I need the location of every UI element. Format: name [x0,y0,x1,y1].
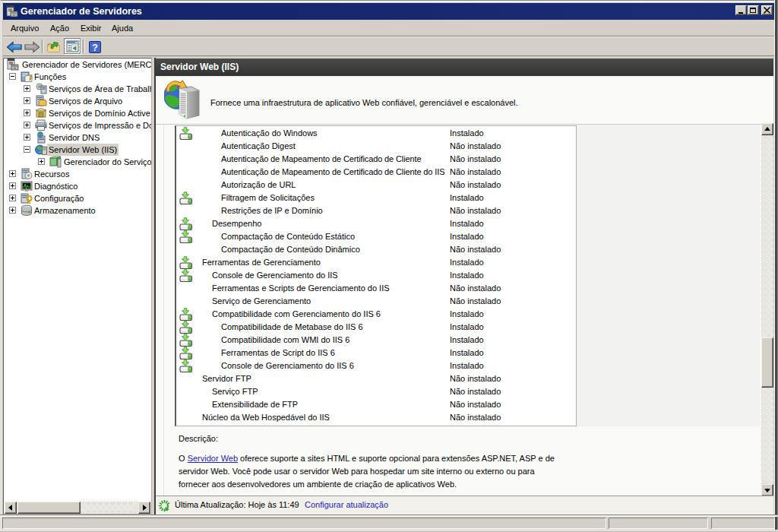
svg-text:?: ? [92,42,98,53]
